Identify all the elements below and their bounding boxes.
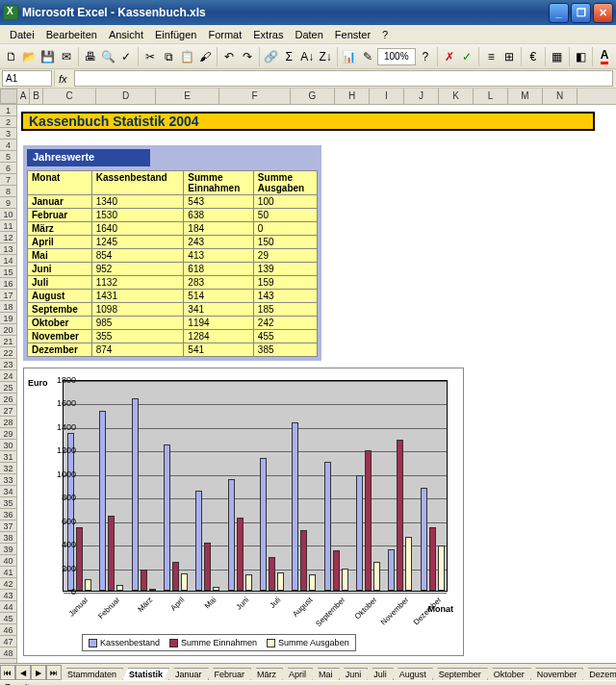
row-header[interactable]: 4 — [0, 140, 16, 151]
menu-data[interactable]: Daten — [289, 27, 328, 42]
print-icon[interactable]: 🖶 — [82, 46, 99, 67]
row-header[interactable]: 10 — [0, 209, 16, 220]
fill-icon[interactable]: ◧ — [572, 46, 589, 67]
row-header[interactable]: 31 — [0, 451, 16, 463]
row-header[interactable]: 44 — [0, 601, 16, 613]
col-header[interactable]: I — [370, 89, 404, 104]
menu-extras[interactable]: Extras — [247, 27, 289, 42]
row-header[interactable]: 33 — [0, 474, 16, 486]
new-icon[interactable]: 🗋 — [3, 46, 20, 67]
row-header[interactable]: 47 — [0, 636, 16, 647]
sheet-tab[interactable]: Dezem — [582, 668, 616, 680]
menu-view[interactable]: Ansicht — [103, 27, 149, 42]
row-header[interactable]: 21 — [0, 336, 16, 347]
mail-icon[interactable]: ✉ — [58, 46, 75, 67]
row-header[interactable]: 18 — [0, 301, 16, 313]
save-icon[interactable]: 💾 — [39, 46, 57, 67]
copy-icon[interactable]: ⧉ — [160, 46, 177, 67]
row-header[interactable]: 20 — [0, 324, 16, 336]
sheet-tab[interactable]: Juni — [339, 668, 369, 680]
row-header[interactable]: 1 — [0, 105, 16, 116]
row-header[interactable]: 27 — [0, 405, 16, 417]
menu-window[interactable]: Fenster — [329, 27, 376, 42]
row-header[interactable]: 13 — [0, 243, 16, 255]
align-icon[interactable]: ≡ — [482, 46, 500, 67]
tab-nav-last[interactable]: ⏭ — [46, 665, 62, 680]
row-header[interactable]: 2 — [0, 116, 16, 128]
close-button[interactable]: ✕ — [593, 3, 613, 23]
row-header[interactable]: 36 — [0, 509, 16, 520]
row-header[interactable]: 23 — [0, 359, 16, 370]
row-header[interactable]: 14 — [0, 255, 16, 266]
row-header[interactable]: 26 — [0, 393, 16, 405]
sheet-tab[interactable]: Stammdaten — [61, 668, 123, 680]
row-header[interactable]: 15 — [0, 266, 16, 278]
row-header[interactable]: 30 — [0, 440, 16, 451]
row-header[interactable]: 40 — [0, 555, 16, 567]
row-header[interactable]: 16 — [0, 278, 16, 290]
select-all-corner[interactable] — [0, 89, 17, 104]
sheet-tab[interactable]: September — [432, 668, 488, 680]
row-header[interactable]: 17 — [0, 290, 16, 301]
col-header[interactable]: H — [335, 89, 370, 104]
minimize-button[interactable]: _ — [549, 3, 569, 23]
col-header[interactable]: G — [291, 89, 335, 104]
undo-icon[interactable]: ↶ — [220, 46, 238, 67]
col-header[interactable]: F — [219, 89, 291, 104]
sort-asc-icon[interactable]: A↓ — [298, 46, 316, 67]
tab-nav-next[interactable]: ▶ — [31, 665, 46, 680]
format-painter-icon[interactable]: 🖌 — [196, 46, 214, 67]
fx-label[interactable]: fx — [55, 73, 71, 85]
redo-icon[interactable]: ↷ — [239, 46, 256, 67]
row-header[interactable]: 48 — [0, 647, 16, 659]
row-header[interactable]: 28 — [0, 417, 16, 428]
tab-nav-first[interactable]: ⏮ — [0, 665, 15, 680]
cut-icon[interactable]: ✂ — [141, 46, 159, 67]
sheet-tab[interactable]: Juli — [367, 668, 394, 680]
sheet-tab[interactable]: März — [250, 668, 283, 680]
row-header[interactable]: 6 — [0, 163, 16, 174]
row-header[interactable]: 39 — [0, 544, 16, 555]
merge-icon[interactable]: ⊞ — [500, 46, 518, 67]
reject-icon[interactable]: ✗ — [441, 46, 458, 67]
col-header[interactable]: N — [543, 89, 578, 104]
row-header[interactable]: 42 — [0, 578, 16, 590]
worksheet[interactable]: Kassenbuch Statistik 2004 Jahreswerte Mo… — [17, 105, 616, 663]
col-header[interactable]: B — [30, 89, 43, 104]
tab-nav-prev[interactable]: ◀ — [15, 665, 31, 680]
row-header[interactable]: 35 — [0, 497, 16, 509]
col-header[interactable]: L — [474, 89, 508, 104]
currency-icon[interactable]: € — [525, 46, 542, 67]
menu-help[interactable]: ? — [376, 27, 394, 42]
row-header[interactable]: 12 — [0, 232, 16, 243]
sheet-tab[interactable]: August — [393, 668, 433, 680]
open-icon[interactable]: 📂 — [21, 46, 38, 67]
col-header[interactable]: K — [439, 89, 474, 104]
paste-icon[interactable]: 📋 — [178, 46, 195, 67]
col-header[interactable]: M — [508, 89, 543, 104]
preview-icon[interactable]: 🔍 — [99, 46, 116, 67]
row-header[interactable]: 32 — [0, 463, 16, 474]
sheet-tab[interactable]: Statistik — [122, 668, 169, 680]
row-header[interactable]: 3 — [0, 128, 16, 140]
menu-file[interactable]: Datei — [4, 27, 40, 42]
sheet-tab[interactable]: Oktober — [487, 668, 531, 680]
link-icon[interactable]: 🔗 — [262, 46, 279, 67]
fontcolor-icon[interactable]: A — [596, 46, 613, 67]
sum-icon[interactable]: Σ — [280, 46, 297, 67]
col-header[interactable]: A — [17, 89, 30, 104]
col-header[interactable]: J — [404, 89, 439, 104]
drawing-icon[interactable]: ✎ — [359, 46, 376, 67]
chart[interactable]: Euro Monat KassenbestandSumme EinnahmenS… — [23, 368, 464, 656]
sort-desc-icon[interactable]: Z↓ — [317, 46, 334, 67]
row-header[interactable]: 5 — [0, 151, 16, 163]
menu-insert[interactable]: Einfügen — [149, 27, 202, 42]
sheet-tab[interactable]: November — [530, 668, 584, 680]
border-icon[interactable]: ▦ — [549, 46, 566, 67]
row-header[interactable]: 8 — [0, 186, 16, 197]
row-header[interactable]: 19 — [0, 313, 16, 324]
sheet-tab[interactable]: Februar — [208, 668, 252, 680]
row-header[interactable]: 41 — [0, 567, 16, 578]
name-box[interactable] — [2, 70, 52, 87]
zoom-box[interactable] — [377, 48, 416, 65]
